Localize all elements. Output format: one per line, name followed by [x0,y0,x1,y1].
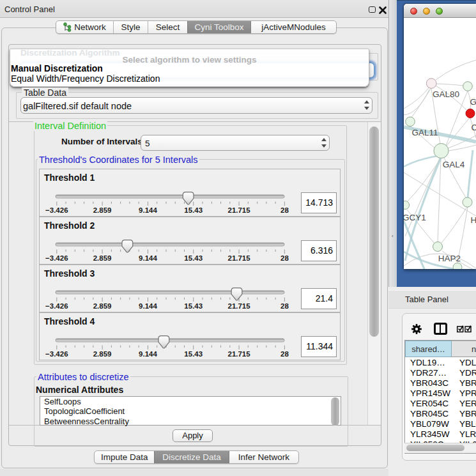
svg-text:9.144: 9.144 [139,254,157,262]
svg-text:2.859: 2.859 [93,350,112,358]
svg-text:15.43: 15.43 [184,302,203,310]
svg-text:HAP2: HAP2 [438,254,461,263]
svg-text:21.715: 21.715 [227,302,250,310]
svg-text:28: 28 [280,254,289,262]
svg-text:GA: GA [470,97,476,107]
svg-text:HI: HI [471,215,476,225]
svg-text:28: 28 [280,206,289,214]
svg-text:GAL11: GAL11 [411,128,438,137]
svg-text:15.43: 15.43 [184,206,203,214]
svg-text:15.43: 15.43 [184,254,203,262]
svg-text:9.144: 9.144 [139,350,157,358]
svg-text:−3.426: −3.426 [45,206,68,214]
svg-text:2.859: 2.859 [93,302,112,310]
svg-text:CY: CY [472,123,476,132]
svg-text:2.859: 2.859 [93,206,112,214]
svg-text:28: 28 [280,350,289,358]
svg-text:GCY1: GCY1 [404,213,426,222]
svg-text:28: 28 [280,302,289,310]
svg-text:−3.426: −3.426 [45,302,68,310]
svg-text:9.144: 9.144 [139,302,157,310]
svg-text:GAL80: GAL80 [433,89,459,99]
svg-text:−3.426: −3.426 [45,254,68,262]
svg-text:21.715: 21.715 [227,350,250,358]
svg-text:2.859: 2.859 [93,254,112,262]
svg-text:21.715: 21.715 [227,206,250,214]
svg-text:21.715: 21.715 [227,254,250,262]
svg-text:9.144: 9.144 [139,206,157,214]
svg-text:−3.426: −3.426 [45,350,68,358]
svg-text:GAL4: GAL4 [443,160,465,169]
svg-text:15.43: 15.43 [184,350,203,358]
